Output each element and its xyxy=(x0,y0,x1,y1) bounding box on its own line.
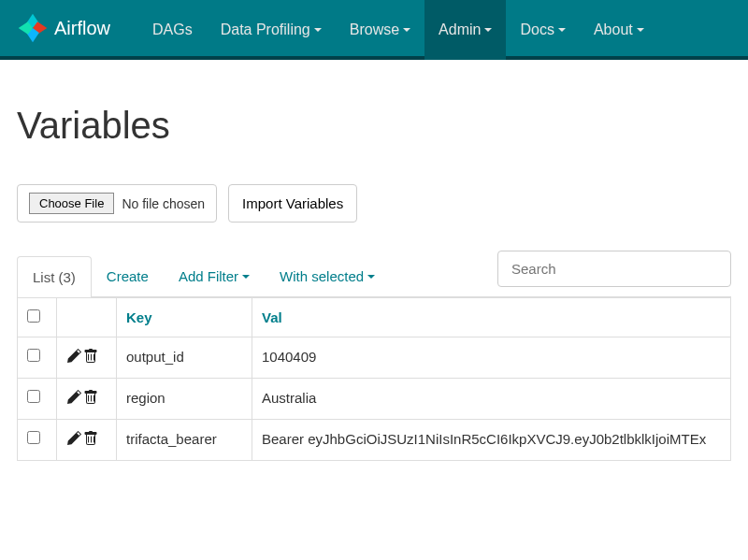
row-select-checkbox[interactable] xyxy=(27,349,40,362)
nav-dags[interactable]: DAGs xyxy=(138,0,207,60)
table-header-row: Key Val xyxy=(18,298,731,337)
caret-down-icon xyxy=(637,28,644,32)
nav-docs-label: Docs xyxy=(520,22,554,38)
nav-browse[interactable]: Browse xyxy=(336,0,424,60)
import-variables-button[interactable]: Import Variables xyxy=(228,184,357,223)
action-tabs: List (3) Create Add Filter With selected xyxy=(17,256,390,296)
navbar: Airflow DAGs Data Profiling Browse Admin… xyxy=(0,0,748,60)
row-val-cell: Australia xyxy=(252,379,731,420)
file-upload-row: Choose File No file chosen Import Variab… xyxy=(17,184,731,223)
row-select-cell xyxy=(18,420,57,461)
caret-down-icon xyxy=(403,28,410,32)
row-val-cell: 1040409 xyxy=(252,337,731,379)
file-chooser[interactable]: Choose File No file chosen xyxy=(17,184,217,223)
tab-list[interactable]: List (3) xyxy=(17,256,92,297)
row-val-cell: Bearer eyJhbGciOiJSUzI1NiIsInR5cCI6IkpXV… xyxy=(252,420,731,461)
nav-about[interactable]: About xyxy=(580,0,658,60)
caret-down-icon xyxy=(242,275,250,279)
row-actions-cell xyxy=(57,379,117,420)
action-create[interactable]: Create xyxy=(92,256,164,296)
row-select-checkbox[interactable] xyxy=(27,431,40,444)
brand-link[interactable]: Airflow xyxy=(17,12,110,44)
nav-admin-label: Admin xyxy=(439,22,481,38)
delete-icon[interactable] xyxy=(83,390,98,408)
nav-admin[interactable]: Admin xyxy=(424,0,506,60)
row-select-cell xyxy=(18,379,57,420)
choose-file-button[interactable]: Choose File xyxy=(29,193,114,214)
airflow-logo-icon xyxy=(17,12,49,44)
nav-about-label: About xyxy=(594,22,633,38)
nav-browse-label: Browse xyxy=(350,22,399,38)
header-select-all xyxy=(18,298,57,337)
delete-icon[interactable] xyxy=(83,431,98,449)
page-title: Variables xyxy=(17,105,731,147)
row-key-cell: region xyxy=(117,379,252,420)
row-select-checkbox[interactable] xyxy=(27,390,40,403)
brand-text: Airflow xyxy=(54,18,110,39)
table-row: regionAustralia xyxy=(18,379,731,420)
nav-items: DAGs Data Profiling Browse Admin Docs Ab… xyxy=(138,0,658,56)
header-actions xyxy=(57,298,117,337)
row-actions-cell xyxy=(57,420,117,461)
search-input[interactable] xyxy=(497,251,731,287)
action-bar: List (3) Create Add Filter With selected xyxy=(17,251,731,297)
table-row: output_id1040409 xyxy=(18,337,731,379)
row-key-cell: output_id xyxy=(117,337,252,379)
caret-down-icon xyxy=(484,28,492,32)
row-key-cell: trifacta_bearer xyxy=(117,420,252,461)
row-select-cell xyxy=(18,337,57,379)
action-with-selected[interactable]: With selected xyxy=(265,256,390,296)
nav-docs[interactable]: Docs xyxy=(506,0,579,60)
caret-down-icon xyxy=(314,28,322,32)
header-key[interactable]: Key xyxy=(117,298,252,337)
nav-data-profiling-label: Data Profiling xyxy=(221,22,310,38)
caret-down-icon xyxy=(367,275,375,279)
select-all-checkbox[interactable] xyxy=(27,309,40,323)
edit-icon[interactable] xyxy=(66,390,81,408)
caret-down-icon xyxy=(558,28,566,32)
edit-icon[interactable] xyxy=(66,349,81,366)
action-create-label: Create xyxy=(107,268,149,284)
file-chosen-status: No file chosen xyxy=(122,196,205,211)
nav-dags-label: DAGs xyxy=(152,22,193,38)
table-row: trifacta_bearerBearer eyJhbGciOiJSUzI1Ni… xyxy=(18,420,731,461)
action-add-filter-label: Add Filter xyxy=(179,268,238,284)
variables-table: Key Val output_id1040409regionAustraliat… xyxy=(17,297,731,461)
header-val[interactable]: Val xyxy=(252,298,731,337)
edit-icon[interactable] xyxy=(66,431,81,449)
delete-icon[interactable] xyxy=(83,349,98,366)
nav-data-profiling[interactable]: Data Profiling xyxy=(207,0,336,60)
action-add-filter[interactable]: Add Filter xyxy=(164,256,265,296)
row-actions-cell xyxy=(57,337,117,379)
action-with-selected-label: With selected xyxy=(280,268,364,284)
